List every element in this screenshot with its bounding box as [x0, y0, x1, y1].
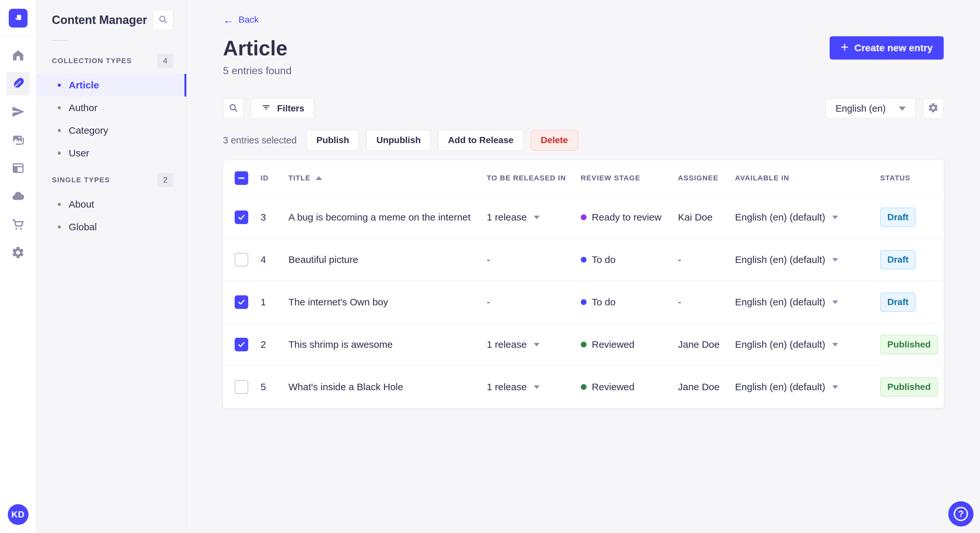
subnav-search-button[interactable]: [153, 10, 173, 30]
locale-chevron-down-icon[interactable]: [832, 300, 838, 304]
release-chevron-down-icon[interactable]: [534, 343, 539, 346]
row-title: The internet's Own boy: [277, 297, 475, 308]
subnav-item-label: Author: [69, 102, 97, 113]
entries-table: ID TITLE TO BE RELEASED IN REVIEW STAGE …: [223, 160, 944, 408]
locale-chevron-down-icon[interactable]: [832, 258, 838, 262]
marketplace-icon[interactable]: [6, 213, 30, 236]
subnav-item-about[interactable]: About: [36, 193, 186, 216]
row-checkbox[interactable]: [235, 380, 248, 394]
table-row[interactable]: 2 This shrimp is awesome 1 release Revie…: [223, 323, 944, 366]
subnav-section: COLLECTION TYPES 4 Article Author Catego…: [36, 45, 186, 165]
column-header-title[interactable]: TITLE: [277, 174, 475, 182]
row-checkbox[interactable]: [235, 253, 248, 266]
subnav-item-global[interactable]: Global: [36, 216, 186, 238]
main-content: ← Back Article 5 entries found + Create …: [187, 0, 980, 533]
home-icon[interactable]: [6, 44, 30, 67]
select-all-checkbox[interactable]: [235, 171, 248, 185]
section-items: Article Author Category User: [36, 74, 186, 165]
row-title: This shrimp is awesome: [277, 339, 475, 350]
row-id: 1: [249, 297, 277, 308]
section-count-badge: 2: [157, 173, 173, 187]
subnav-title: Content Manager: [52, 13, 147, 27]
chevron-down-icon: [899, 106, 906, 111]
column-header-id[interactable]: ID: [249, 174, 277, 182]
locale-select[interactable]: English (en): [826, 98, 916, 119]
column-header-assignee[interactable]: ASSIGNEE: [666, 174, 723, 182]
row-title: Beautiful picture: [277, 254, 475, 265]
view-settings-button[interactable]: [923, 98, 944, 119]
release-chevron-down-icon[interactable]: [534, 385, 539, 389]
locale-chevron-down-icon[interactable]: [832, 343, 838, 346]
row-id: 5: [249, 381, 277, 392]
table-body: 3 A bug is becoming a meme on the intern…: [223, 196, 944, 408]
row-checkbox[interactable]: [235, 211, 248, 224]
search-icon: [228, 103, 239, 114]
delete-button[interactable]: Delete: [531, 130, 578, 151]
filters-button[interactable]: Filters: [251, 98, 314, 119]
table-row[interactable]: 3 A bug is becoming a meme on the intern…: [223, 196, 944, 238]
row-id: 2: [249, 339, 277, 350]
filters-label: Filters: [277, 103, 304, 114]
app-root: KD Content Manager COLLECTION TYPES 4 Ar…: [0, 0, 980, 533]
deploy-icon[interactable]: [6, 185, 30, 208]
locale-chevron-down-icon[interactable]: [832, 216, 838, 219]
review-stage-dot: [581, 299, 587, 305]
subnav-item-article[interactable]: Article: [36, 74, 186, 97]
subnav-item-label: User: [69, 148, 89, 159]
subnav-item-user[interactable]: User: [36, 142, 186, 165]
bullet-icon: [58, 129, 61, 132]
help-button[interactable]: ?: [948, 501, 974, 527]
row-title: A bug is becoming a meme on the internet: [277, 212, 475, 223]
section-label: SINGLE TYPES: [52, 176, 110, 184]
search-icon: [158, 14, 168, 26]
media-library-icon[interactable]: [6, 128, 30, 152]
column-header-status[interactable]: STATUS: [869, 174, 943, 182]
row-assignee: Kai Doe: [666, 212, 723, 223]
column-header-review-stage[interactable]: REVIEW STAGE: [569, 174, 666, 182]
row-id: 3: [249, 212, 277, 223]
locale-chevron-down-icon[interactable]: [832, 385, 838, 389]
content-type-builder-icon[interactable]: [6, 156, 30, 180]
column-header-to-be-released-in[interactable]: TO BE RELEASED IN: [475, 174, 569, 182]
row-assignee: Jane Doe: [666, 381, 723, 392]
section-count-badge: 4: [157, 54, 173, 68]
column-header-available-in[interactable]: AVAILABLE IN: [723, 174, 869, 182]
create-new-entry-button[interactable]: + Create new entry: [830, 36, 944, 60]
row-checkbox[interactable]: [235, 295, 248, 309]
logo-cell: [0, 0, 36, 36]
subnav-item-label: Article: [69, 80, 99, 90]
settings-icon[interactable]: [6, 241, 30, 264]
row-release-count: -: [487, 297, 490, 308]
locale-value: English (en): [835, 103, 886, 114]
row-assignee: -: [666, 297, 723, 308]
back-link[interactable]: ← Back: [223, 14, 259, 25]
releases-icon[interactable]: [6, 100, 30, 124]
add-to-release-button[interactable]: Add to Release: [438, 130, 523, 151]
table-row[interactable]: 4 Beautiful picture - To do - English (e…: [223, 238, 944, 281]
content-manager-icon[interactable]: [6, 72, 30, 95]
row-assignee: -: [666, 254, 723, 265]
subnav-item-category[interactable]: Category: [36, 119, 186, 142]
bullet-icon: [58, 106, 61, 109]
row-available-in: English (en) (default): [735, 297, 825, 308]
row-title: What's inside a Black Hole: [277, 381, 475, 392]
row-review-stage: To do: [592, 254, 616, 265]
table-row[interactable]: 1 The internet's Own boy - To do - Engli…: [223, 281, 944, 323]
release-chevron-down-icon[interactable]: [534, 216, 539, 219]
subnav-item-author[interactable]: Author: [36, 97, 186, 119]
question-mark-icon: ?: [954, 507, 968, 521]
unpublish-button[interactable]: Unpublish: [366, 130, 431, 151]
rail-icons: [6, 44, 30, 269]
list-toolbar: Filters English (en): [223, 98, 944, 119]
filter-icon: [261, 102, 271, 115]
strapi-logo[interactable]: [9, 9, 27, 27]
user-avatar[interactable]: KD: [8, 504, 29, 525]
table-row[interactable]: 5 What's inside a Black Hole 1 release R…: [223, 366, 944, 408]
row-available-in: English (en) (default): [735, 381, 825, 392]
row-checkbox[interactable]: [235, 338, 248, 351]
review-stage-dot: [581, 214, 587, 220]
review-stage-dot: [581, 257, 587, 263]
publish-button[interactable]: Publish: [306, 130, 359, 151]
search-button[interactable]: [223, 98, 244, 119]
subnav-item-label: Global: [69, 222, 97, 233]
